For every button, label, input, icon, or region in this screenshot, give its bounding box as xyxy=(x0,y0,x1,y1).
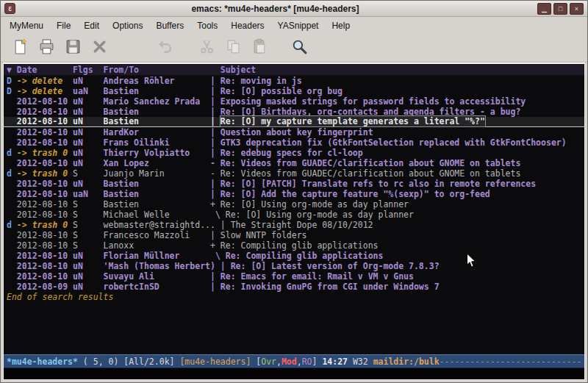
message-row[interactable]: 2012-08-10 S Lanoxx + Re: Compiling glib… xyxy=(4,240,584,251)
thread-separator: | xyxy=(210,148,220,158)
menu-yasnippet[interactable]: YASnippet xyxy=(271,18,326,33)
date-cell: 2012-08-10 xyxy=(17,96,73,107)
cut-icon xyxy=(198,38,215,58)
message-row[interactable]: 2012-08-10 S Bastien + Re: [O] Using org… xyxy=(4,199,584,210)
clock: 14:27 xyxy=(322,357,348,367)
print-button[interactable] xyxy=(33,37,60,59)
emacs-app-icon: ε xyxy=(4,3,15,14)
new-file-icon xyxy=(12,38,29,58)
subject-cell: Re: Videos from GUADEC/clarification abo… xyxy=(220,158,521,168)
menu-help[interactable]: Help xyxy=(325,18,356,33)
menu-mymenu[interactable]: MyMenu xyxy=(3,18,50,33)
message-row[interactable]: 2012-08-10 uN Suvayu Ali | Re: Emacs for… xyxy=(4,271,584,282)
message-row[interactable]: 2012-08-10 uN Florian Müllner \ Re: Comp… xyxy=(4,251,584,261)
minimize-button[interactable]: ▁ xyxy=(537,3,551,15)
menu-headers[interactable]: Headers xyxy=(224,18,270,33)
thread-separator: | xyxy=(220,220,231,230)
date-cell: -> trash 0 xyxy=(17,168,73,179)
from-cell: Juanjo Marin xyxy=(104,168,210,179)
from-cell: Andreas Röhler xyxy=(104,76,210,86)
message-row[interactable]: 2012-08-09 uN robertcInSD | Re: Invoking… xyxy=(4,282,584,292)
message-row[interactable]: 2012-08-10 uN Bastien | Re: [O] [PATCH] … xyxy=(4,179,584,189)
echo-area[interactable] xyxy=(4,368,584,379)
from-cell: 'Mash (Thomas Herbert) xyxy=(104,261,220,271)
window-title: emacs: *mu4e-headers* [mu4e-headers] xyxy=(15,4,535,14)
menu-options[interactable]: Options xyxy=(106,18,149,33)
subject-cell: Re: edebug specs for cl-loop xyxy=(220,148,363,158)
message-row[interactable]: 2012-08-10 S Francesco Mazzoli | Slow NN… xyxy=(4,230,584,240)
flags-cell: S xyxy=(73,199,104,210)
subject-cell: Re: [O] my capture template generates a … xyxy=(220,116,485,126)
status-comma-2: , xyxy=(297,357,302,367)
from-cell: Bastien xyxy=(104,107,210,117)
flags-cell: uN xyxy=(73,158,104,168)
headers-column-header[interactable]: ▼ Date Flgs From/To Subject xyxy=(4,64,584,76)
paste-icon xyxy=(251,38,268,58)
menu-tools[interactable]: Tools xyxy=(190,18,224,33)
date-cell: -> delete xyxy=(17,76,73,86)
flags-cell: uN xyxy=(73,271,104,282)
toolbar-spacer xyxy=(273,48,286,49)
cut-button[interactable] xyxy=(193,37,220,59)
close-buffer-button[interactable] xyxy=(86,37,112,59)
message-row[interactable]: D -> delete uaN Bastien | Re: [O] possib… xyxy=(4,86,584,96)
message-row[interactable]: 2012-08-10 uN 'Mash (Thomas Herbert) | R… xyxy=(4,261,584,271)
date-cell: -> trash 0 xyxy=(17,148,73,158)
menu-buffers[interactable]: Buffers xyxy=(149,18,190,33)
from-cell: robertcInSD xyxy=(104,282,210,292)
copy-button[interactable] xyxy=(220,37,246,59)
subject-cell: Re: [O] Using org-mode as day planner xyxy=(220,199,409,210)
status-comma-1: , xyxy=(276,357,282,367)
message-row[interactable]: 2012-08-10 uaN Bastien | Re: [O] Add the… xyxy=(4,189,584,199)
menu-edit[interactable]: Edit xyxy=(77,18,106,33)
mark-indicator xyxy=(7,158,17,168)
major-mode: [mu4e-headers] xyxy=(179,357,251,367)
mode-line[interactable]: *mu4e-headers* ( 5, 0) [All/2.0k] [mu4e-… xyxy=(4,354,584,368)
paste-button[interactable] xyxy=(246,37,273,59)
thread-separator: + xyxy=(210,199,220,210)
maximize-button[interactable]: □ xyxy=(553,3,567,15)
message-row[interactable]: D -> delete uN Andreas Röhler | Re: movi… xyxy=(4,76,584,86)
thread-separator: | xyxy=(210,76,220,86)
flags-cell: uN xyxy=(73,116,104,126)
save-button[interactable] xyxy=(60,37,86,59)
subject-cell: Re: [O] Using org-mode as day planner xyxy=(226,210,414,220)
message-row[interactable]: 2012-08-10 uN HardKor | Question about k… xyxy=(4,127,584,137)
search-button[interactable] xyxy=(286,37,312,59)
message-row[interactable]: d -> trash 0 S Juanjo Marin - Re: Videos… xyxy=(4,168,584,179)
date-cell: 2012-08-10 xyxy=(17,179,73,189)
flags-cell: S xyxy=(73,168,104,179)
message-row[interactable]: 2012-08-10 uN Frans Oilinki | GTK3 depre… xyxy=(4,137,584,148)
subject-cell: Re: Videos from GUADEC/clarification abo… xyxy=(220,168,521,179)
flags-cell: uN xyxy=(73,127,104,137)
status-ro: RO xyxy=(302,357,312,367)
new-file-button[interactable] xyxy=(7,37,33,59)
message-row[interactable]: 2012-08-10 uN Bastien | Re: [O] my captu… xyxy=(4,117,584,127)
message-row[interactable]: 2012-08-10 uN Bastien | Re: [O] Birthday… xyxy=(4,107,584,117)
message-row[interactable]: d -> trash 0 S webmaster@straightd... | … xyxy=(4,220,584,230)
mark-indicator xyxy=(7,96,17,107)
mark-indicator: d xyxy=(7,220,17,230)
message-row[interactable]: 2012-08-10 S Michael Welle \ Re: [O] Usi… xyxy=(4,210,584,220)
titlebar[interactable]: ε emacs: *mu4e-headers* [mu4e-headers] ▁… xyxy=(1,1,587,17)
emacs-window: ε emacs: *mu4e-headers* [mu4e-headers] ▁… xyxy=(0,0,588,383)
thread-separator: | xyxy=(210,271,220,282)
mark-indicator: D xyxy=(7,86,17,96)
menu-file[interactable]: File xyxy=(50,18,77,33)
message-row[interactable]: 2012-08-10 uN Mario Sanchez Prada | Expo… xyxy=(4,96,584,107)
subject-cell: GTK3 deprecation fix (GtkFontSelection r… xyxy=(220,137,567,148)
message-row[interactable]: d -> trash 0 uN Thierry Volpiatto | Re: … xyxy=(4,148,584,158)
date-cell: 2012-08-10 xyxy=(17,261,73,271)
close-button[interactable]: × xyxy=(570,3,584,15)
undo-button[interactable] xyxy=(151,37,177,59)
week-number: W32 xyxy=(348,357,373,367)
thread-separator: | xyxy=(210,127,220,137)
flags-cell: S xyxy=(73,230,104,240)
subject-cell: Re: [O] possible org bug xyxy=(220,86,343,96)
date-cell: 2012-08-10 xyxy=(17,210,73,220)
thread-separator: - xyxy=(210,158,220,168)
window-buttons: ▁□× xyxy=(535,3,584,15)
mark-indicator xyxy=(7,230,17,240)
message-row[interactable]: 2012-08-10 uN Xan Lopez - Re: Videos fro… xyxy=(4,158,584,168)
subject-cell: Re: [O] [PATCH] Translate refs to rc als… xyxy=(220,179,536,189)
